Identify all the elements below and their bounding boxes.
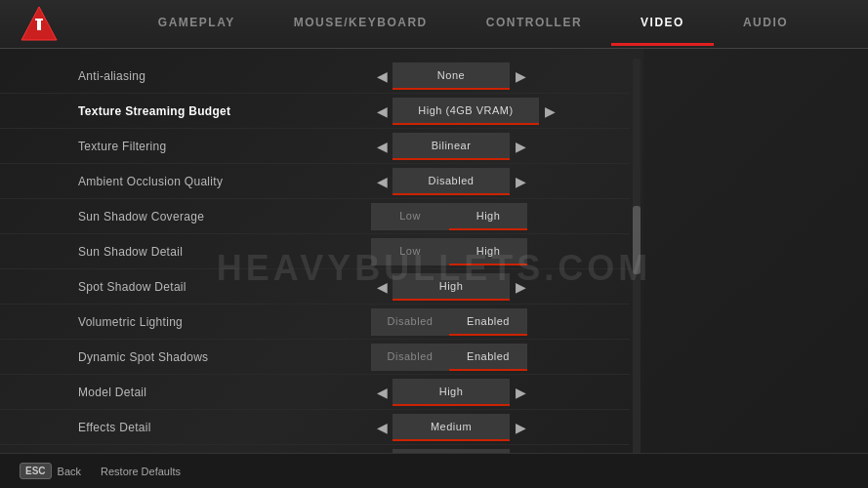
nav-tab-audio[interactable]: AUDIO xyxy=(714,2,817,46)
scrollbar-track[interactable] xyxy=(630,49,643,488)
restore-defaults-label: Restore Defaults xyxy=(101,466,181,477)
arrow-control-effects_detail: ◀Medium▶ xyxy=(371,414,531,441)
setting-row-dynamic_spot_shadows: Dynamic Spot ShadowsDisabledEnabled xyxy=(0,340,630,375)
arrow-left-effects_detail[interactable]: ◀ xyxy=(371,414,393,441)
toggle-btn-sun_shadow_detail-high[interactable]: High xyxy=(449,238,527,265)
setting-control-sun_shadow_detail: LowHigh xyxy=(371,238,610,265)
setting-control-texture_filtering: ◀Bilinear▶ xyxy=(371,133,610,160)
arrow-right-effects_detail[interactable]: ▶ xyxy=(510,414,531,441)
toggle-btn-sun_shadow_coverage-high[interactable]: High xyxy=(449,203,527,230)
arrow-left-model_detail[interactable]: ◀ xyxy=(371,379,393,406)
setting-label-texture_filtering: Texture Filtering xyxy=(78,140,371,153)
setting-control-sun_shadow_coverage: LowHigh xyxy=(371,203,610,230)
setting-label-sun_shadow_coverage: Sun Shadow Coverage xyxy=(78,210,371,224)
arrow-control-model_detail: ◀High▶ xyxy=(371,379,531,406)
setting-label-spot_shadow_detail: Spot Shadow Detail xyxy=(78,280,371,294)
bottom-bar: ESC Back Restore Defaults xyxy=(0,453,868,488)
restore-defaults-action[interactable]: Restore Defaults xyxy=(101,466,181,477)
setting-label-ambient_occlusion_quality: Ambient Occlusion Quality xyxy=(78,175,371,188)
value-box-effects_detail: Medium xyxy=(393,414,510,441)
setting-label-model_detail: Model Detail xyxy=(78,386,371,399)
setting-control-texture_streaming_budget: ◀High (4GB VRAM)▶ xyxy=(371,98,610,125)
toggle-btn-dynamic_spot_shadows-disabled[interactable]: Disabled xyxy=(371,344,449,371)
setting-row-texture_filtering: Texture Filtering◀Bilinear▶ xyxy=(0,129,630,164)
scroll-track[interactable] xyxy=(633,59,641,478)
setting-row-volumetric_lighting: Volumetric LightingDisabledEnabled xyxy=(0,305,630,340)
svg-rect-2 xyxy=(35,19,43,20)
arrow-right-anti_aliasing[interactable]: ▶ xyxy=(510,62,531,90)
toggle-btn-sun_shadow_detail-low[interactable]: Low xyxy=(371,238,449,265)
setting-label-sun_shadow_detail: Sun Shadow Detail xyxy=(78,245,371,259)
toggle-btn-dynamic_spot_shadows-enabled[interactable]: Enabled xyxy=(449,344,527,371)
arrow-left-spot_shadow_detail[interactable]: ◀ xyxy=(371,273,393,301)
setting-row-spot_shadow_detail: Spot Shadow Detail◀High▶ xyxy=(0,269,630,305)
nav-tab-mouse_keyboard[interactable]: MOUSE/KEYBOARD xyxy=(265,2,457,46)
setting-row-sun_shadow_coverage: Sun Shadow CoverageLowHigh xyxy=(0,199,630,234)
toggle-btn-sun_shadow_coverage-low[interactable]: Low xyxy=(371,203,449,230)
setting-label-dynamic_spot_shadows: Dynamic Spot Shadows xyxy=(78,350,371,364)
nav-bar: GAMEPLAYMOUSE/KEYBOARDCONTROLLERVIDEOAUD… xyxy=(0,0,868,49)
setting-label-texture_streaming_budget: Texture Streaming Budget xyxy=(78,104,371,118)
toggle-pair-sun_shadow_coverage: LowHigh xyxy=(371,203,527,230)
scroll-thumb[interactable] xyxy=(633,206,641,274)
setting-label-effects_detail: Effects Detail xyxy=(78,421,371,434)
value-box-anti_aliasing: None xyxy=(393,62,510,90)
esc-key-badge: ESC xyxy=(20,463,52,479)
arrow-left-texture_streaming_budget[interactable]: ◀ xyxy=(371,98,393,125)
arrow-left-texture_filtering[interactable]: ◀ xyxy=(371,133,393,160)
setting-control-ambient_occlusion_quality: ◀Disabled▶ xyxy=(371,168,610,195)
setting-control-spot_shadow_detail: ◀High▶ xyxy=(371,273,610,301)
value-box-texture_filtering: Bilinear xyxy=(393,133,510,160)
nav-tab-video[interactable]: VIDEO xyxy=(611,2,714,46)
value-box-spot_shadow_detail: High xyxy=(393,273,510,301)
setting-row-sun_shadow_detail: Sun Shadow DetailLowHigh xyxy=(0,234,630,269)
arrow-control-ambient_occlusion_quality: ◀Disabled▶ xyxy=(371,168,531,195)
arrow-right-model_detail[interactable]: ▶ xyxy=(510,379,531,406)
value-box-texture_streaming_budget: High (4GB VRAM) xyxy=(393,98,539,125)
arrow-left-anti_aliasing[interactable]: ◀ xyxy=(371,62,393,90)
setting-control-effects_detail: ◀Medium▶ xyxy=(371,414,610,441)
arrow-control-texture_streaming_budget: ◀High (4GB VRAM)▶ xyxy=(371,98,560,125)
nav-tabs: GAMEPLAYMOUSE/KEYBOARDCONTROLLERVIDEOAUD… xyxy=(78,2,868,46)
settings-panel: Anti-aliasing◀None▶Texture Streaming Bud… xyxy=(0,49,630,488)
value-box-ambient_occlusion_quality: Disabled xyxy=(393,168,510,195)
value-box-model_detail: High xyxy=(393,379,510,406)
setting-control-volumetric_lighting: DisabledEnabled xyxy=(371,308,610,336)
arrow-right-texture_filtering[interactable]: ▶ xyxy=(510,133,531,160)
setting-row-texture_streaming_budget: Texture Streaming Budget◀High (4GB VRAM)… xyxy=(0,94,630,129)
right-panel xyxy=(643,49,868,488)
arrow-control-spot_shadow_detail: ◀High▶ xyxy=(371,273,531,301)
nav-tab-gameplay[interactable]: GAMEPLAY xyxy=(129,2,265,46)
toggle-pair-dynamic_spot_shadows: DisabledEnabled xyxy=(371,344,527,371)
back-action[interactable]: ESC Back xyxy=(20,463,81,479)
svg-rect-3 xyxy=(37,20,41,30)
toggle-pair-volumetric_lighting: DisabledEnabled xyxy=(371,308,527,336)
arrow-left-ambient_occlusion_quality[interactable]: ◀ xyxy=(371,168,393,195)
back-label: Back xyxy=(58,466,81,477)
nav-tab-controller[interactable]: CONTROLLER xyxy=(457,2,611,46)
apex-logo-icon xyxy=(20,5,59,44)
setting-label-volumetric_lighting: Volumetric Lighting xyxy=(78,315,371,329)
arrow-right-texture_streaming_budget[interactable]: ▶ xyxy=(539,98,560,125)
setting-row-model_detail: Model Detail◀High▶ xyxy=(0,375,630,410)
toggle-pair-sun_shadow_detail: LowHigh xyxy=(371,238,527,265)
arrow-right-ambient_occlusion_quality[interactable]: ▶ xyxy=(510,168,531,195)
setting-label-anti_aliasing: Anti-aliasing xyxy=(78,69,371,83)
arrow-control-anti_aliasing: ◀None▶ xyxy=(371,62,531,90)
arrow-control-texture_filtering: ◀Bilinear▶ xyxy=(371,133,531,160)
setting-row-anti_aliasing: Anti-aliasing◀None▶ xyxy=(0,59,630,94)
arrow-right-spot_shadow_detail[interactable]: ▶ xyxy=(510,273,531,301)
setting-control-model_detail: ◀High▶ xyxy=(371,379,610,406)
setting-row-effects_detail: Effects Detail◀Medium▶ xyxy=(0,410,630,445)
toggle-btn-volumetric_lighting-enabled[interactable]: Enabled xyxy=(449,308,527,336)
logo-area xyxy=(0,0,78,52)
setting-control-dynamic_spot_shadows: DisabledEnabled xyxy=(371,344,610,371)
setting-row-ambient_occlusion_quality: Ambient Occlusion Quality◀Disabled▶ xyxy=(0,164,630,199)
main-content: Anti-aliasing◀None▶Texture Streaming Bud… xyxy=(0,49,868,488)
toggle-btn-volumetric_lighting-disabled[interactable]: Disabled xyxy=(371,308,449,336)
setting-control-anti_aliasing: ◀None▶ xyxy=(371,62,610,90)
